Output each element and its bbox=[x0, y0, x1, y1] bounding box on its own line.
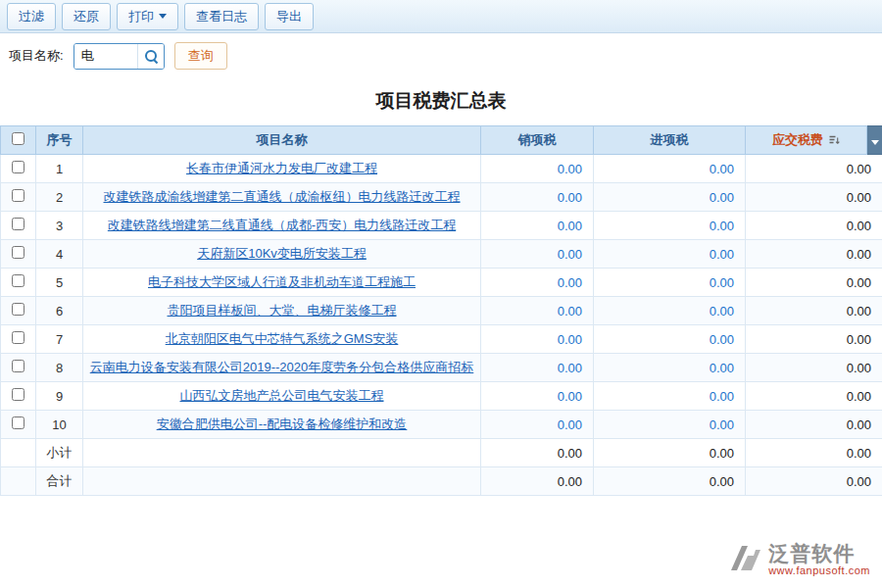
subtotal-row: 小计 0.00 0.00 0.00 bbox=[1, 439, 882, 467]
payable-tax-value: 0.00 bbox=[746, 240, 882, 269]
table-row: 10 安徽合肥供电公司--配电设备检修维护和改造 0.00 0.00 0.00 bbox=[1, 411, 882, 439]
input-tax-value: 0.00 bbox=[594, 354, 746, 382]
payable-tax-value: 0.00 bbox=[746, 325, 882, 354]
project-link[interactable]: 长春市伊通河水力发电厂改建工程 bbox=[186, 161, 377, 175]
table-row: 8 云南电力设备安装有限公司2019--2020年度劳务分包合格供应商招标 0.… bbox=[1, 354, 882, 382]
brand-name: 泛普软件 bbox=[768, 542, 870, 564]
export-button[interactable]: 导出 bbox=[265, 3, 314, 30]
input-tax-value: 0.00 bbox=[594, 297, 746, 325]
output-tax-value: 0.00 bbox=[481, 240, 594, 269]
table-row: 7 北京朝阳区电气中芯特气系统之GMS安装 0.00 0.00 0.00 bbox=[1, 325, 882, 354]
output-tax-value: 0.00 bbox=[481, 325, 594, 354]
project-link[interactable]: 山西弘文房地产总公司电气安装工程 bbox=[180, 388, 384, 403]
row-checkbox[interactable] bbox=[12, 303, 24, 316]
project-link[interactable]: 改建铁路成渝线增建第二直通线（成渝枢纽）电力线路迁改工程 bbox=[104, 189, 461, 204]
filter-row: 项目名称: 查询 bbox=[0, 33, 882, 78]
row-index: 2 bbox=[36, 183, 83, 212]
input-tax-value: 0.00 bbox=[594, 411, 746, 439]
row-index: 9 bbox=[36, 382, 83, 411]
col-header-input-tax[interactable]: 进项税 bbox=[594, 126, 746, 155]
brand-footer: 泛普软件 www.fanpusoft.com bbox=[727, 542, 870, 576]
payable-tax-value: 0.00 bbox=[746, 269, 882, 297]
input-tax-value: 0.00 bbox=[594, 382, 746, 411]
column-menu-button[interactable] bbox=[867, 126, 882, 155]
brand-text: 泛普软件 www.fanpusoft.com bbox=[768, 542, 870, 576]
row-index: 8 bbox=[36, 354, 83, 382]
row-checkbox[interactable] bbox=[12, 189, 24, 202]
subtotal-label: 小计 bbox=[36, 439, 83, 467]
project-name-label: 项目名称: bbox=[9, 47, 64, 65]
restore-button-label: 还原 bbox=[74, 8, 99, 25]
search-button[interactable] bbox=[137, 44, 164, 69]
input-tax-value: 0.00 bbox=[594, 325, 746, 354]
query-button[interactable]: 查询 bbox=[174, 42, 227, 70]
input-tax-value: 0.00 bbox=[594, 155, 746, 183]
subtotal-input-tax: 0.00 bbox=[594, 439, 746, 467]
row-checkbox[interactable] bbox=[12, 218, 24, 230]
payable-tax-value: 0.00 bbox=[746, 297, 882, 325]
col-header-project[interactable]: 项目名称 bbox=[83, 126, 481, 155]
project-link[interactable]: 电子科技大学区域人行道及非机动车道工程施工 bbox=[148, 274, 416, 289]
row-checkbox[interactable] bbox=[12, 360, 24, 372]
total-label: 合计 bbox=[36, 467, 83, 496]
payable-header-label: 应交税费 bbox=[772, 131, 823, 149]
output-tax-value: 0.00 bbox=[481, 269, 594, 297]
project-link[interactable]: 贵阳项目样板间、大堂、电梯厅装修工程 bbox=[168, 303, 397, 318]
payable-tax-value: 0.00 bbox=[746, 155, 882, 183]
row-index: 7 bbox=[36, 325, 83, 354]
table-row: 6 贵阳项目样板间、大堂、电梯厅装修工程 0.00 0.00 0.00 bbox=[1, 297, 882, 325]
output-tax-value: 0.00 bbox=[481, 354, 594, 382]
payable-tax-value: 0.00 bbox=[746, 354, 882, 382]
fanpu-logo-icon bbox=[727, 543, 762, 574]
table-row: 2 改建铁路成渝线增建第二直通线（成渝枢纽）电力线路迁改工程 0.00 0.00… bbox=[1, 183, 882, 212]
payable-tax-value: 0.00 bbox=[746, 411, 882, 439]
print-button-label: 打印 bbox=[128, 8, 154, 25]
row-index: 6 bbox=[36, 297, 83, 325]
print-button[interactable]: 打印 bbox=[117, 3, 178, 30]
project-link[interactable]: 天府新区10Kv变电所安装工程 bbox=[197, 246, 367, 261]
table-row: 1 长春市伊通河水力发电厂改建工程 0.00 0.00 0.00 bbox=[1, 155, 882, 183]
row-index: 1 bbox=[36, 155, 83, 183]
row-checkbox[interactable] bbox=[12, 388, 24, 401]
page: 过滤 还原 打印 查看日志 导出 项目名称: 查询 项目税费汇总表 序号 bbox=[0, 0, 882, 588]
view-log-button[interactable]: 查看日志 bbox=[184, 3, 259, 30]
table-row: 4 天府新区10Kv变电所安装工程 0.00 0.00 0.00 bbox=[1, 240, 882, 269]
query-button-label: 查询 bbox=[188, 48, 214, 63]
project-link[interactable]: 改建铁路线增建第二线直通线（成都-西安）电力线路迁改工程 bbox=[108, 218, 456, 232]
col-header-index[interactable]: 序号 bbox=[36, 126, 83, 155]
row-checkbox[interactable] bbox=[12, 331, 24, 344]
tax-summary-table: 序号 项目名称 销项税 进项税 应交税费 bbox=[0, 125, 882, 496]
table-header-row: 序号 项目名称 销项税 进项税 应交税费 bbox=[1, 126, 882, 155]
page-title: 项目税费汇总表 bbox=[0, 78, 882, 125]
row-checkbox[interactable] bbox=[12, 274, 24, 287]
export-button-label: 导出 bbox=[276, 8, 302, 25]
payable-tax-value: 0.00 bbox=[746, 382, 882, 411]
select-all-checkbox[interactable] bbox=[12, 132, 24, 145]
sort-icon[interactable] bbox=[828, 134, 840, 146]
col-header-output-tax[interactable]: 销项税 bbox=[481, 126, 594, 155]
row-checkbox[interactable] bbox=[12, 161, 24, 173]
input-tax-value: 0.00 bbox=[594, 183, 746, 212]
col-header-payable-tax[interactable]: 应交税费 bbox=[746, 126, 867, 155]
output-tax-value: 0.00 bbox=[481, 212, 594, 240]
table-row: 3 改建铁路线增建第二线直通线（成都-西安）电力线路迁改工程 0.00 0.00… bbox=[1, 212, 882, 240]
input-tax-value: 0.00 bbox=[594, 240, 746, 269]
restore-button[interactable]: 还原 bbox=[62, 3, 111, 30]
project-link[interactable]: 安徽合肥供电公司--配电设备检修维护和改造 bbox=[157, 416, 408, 431]
input-tax-value: 0.00 bbox=[594, 212, 746, 240]
project-name-input[interactable] bbox=[74, 44, 137, 69]
total-row: 合计 0.00 0.00 0.00 bbox=[1, 467, 882, 496]
row-index: 3 bbox=[36, 212, 83, 240]
view-log-button-label: 查看日志 bbox=[196, 8, 247, 25]
project-link[interactable]: 北京朝阳区电气中芯特气系统之GMS安装 bbox=[166, 331, 399, 346]
output-tax-value: 0.00 bbox=[481, 382, 594, 411]
filter-button[interactable]: 过滤 bbox=[7, 3, 56, 30]
row-index: 4 bbox=[36, 240, 83, 269]
row-index: 10 bbox=[36, 411, 83, 439]
project-link[interactable]: 云南电力设备安装有限公司2019--2020年度劳务分包合格供应商招标 bbox=[90, 360, 474, 374]
total-payable-tax: 0.00 bbox=[746, 467, 882, 496]
row-checkbox[interactable] bbox=[12, 416, 24, 429]
row-checkbox[interactable] bbox=[12, 246, 24, 259]
search-icon bbox=[144, 49, 158, 63]
brand-url: www.fanpusoft.com bbox=[768, 564, 870, 576]
